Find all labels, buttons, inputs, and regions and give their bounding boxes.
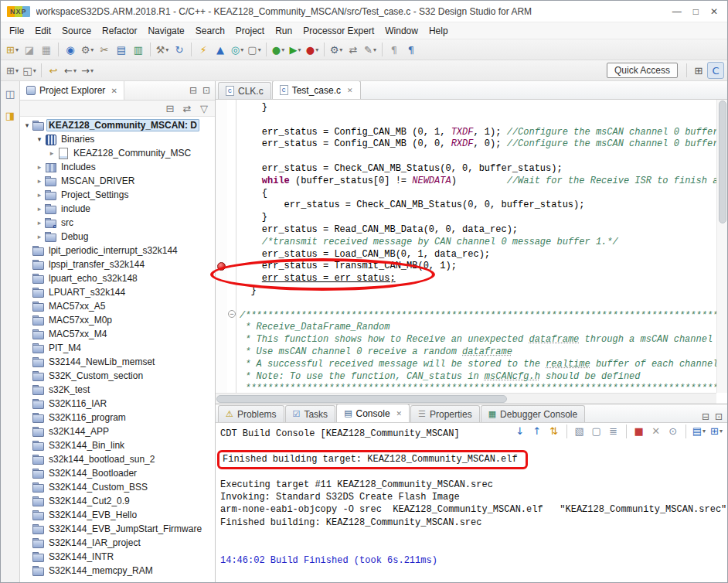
cpp-perspective-button[interactable]: C — [707, 62, 724, 79]
close-tab-icon[interactable]: ✕ — [347, 87, 353, 94]
multicore-group-button[interactable]: ⊞▾ — [4, 62, 21, 79]
expand-arrow-icon[interactable]: ▸ — [35, 205, 44, 213]
project-explorer-tab[interactable]: Project Explorer ✕ — [20, 81, 124, 100]
tree-item-debug[interactable]: ▸Debug — [20, 230, 215, 244]
show-whitespace-button[interactable]: ¶ — [403, 41, 420, 58]
terminate-button[interactable]: ■ — [631, 424, 647, 438]
minimize-window-icon[interactable]: — — [672, 6, 682, 17]
menu-edit[interactable]: Edit — [29, 24, 56, 38]
pinned-view-button[interactable]: ◱▾ — [21, 62, 38, 79]
collapse-arrow-icon[interactable]: ▾ — [35, 135, 44, 143]
editor-tab-clk-c[interactable]: cCLK.c — [218, 82, 271, 99]
code-editor[interactable]: } err_status = Config_CAN_MB (0, 1, TXDF… — [236, 100, 716, 393]
tree-item-s32k116-iar[interactable]: S32K116_IAR — [20, 397, 215, 411]
menu-processor-expert[interactable]: Processor Expert — [298, 24, 379, 38]
tree-item-s32k116-program[interactable]: S32K116_program — [20, 411, 215, 424]
project-tree[interactable]: ▾KEAZ128_Community_MSCAN: D▾Binaries▸KEA… — [20, 117, 215, 582]
menu-window[interactable]: Window — [379, 24, 424, 38]
close-view-icon[interactable]: ✕ — [111, 87, 117, 95]
last-edit-location-button[interactable]: ↩ — [45, 62, 62, 79]
restore-view-button[interactable]: ◫ — [2, 86, 18, 101]
run-button[interactable]: ▶▾ — [287, 41, 304, 58]
tree-item-s32k144-intr[interactable]: S32K144_INTR — [20, 550, 215, 564]
expand-arrow-icon[interactable]: ▸ — [35, 163, 44, 171]
back-button[interactable]: ←▾ — [62, 62, 79, 79]
annotation-ruler[interactable] — [216, 100, 227, 393]
debug-button[interactable]: ●▾ — [270, 41, 287, 58]
flash-image-button[interactable]: ▤ — [113, 41, 130, 58]
tree-item-s32k144-evb-hello[interactable]: S32K144_EVB_Hello — [20, 508, 215, 522]
tree-item-project-settings[interactable]: ▸Project_Settings — [20, 188, 215, 202]
pin-console-button[interactable]: ⊙ — [665, 424, 681, 438]
open-console-button[interactable]: ⊞▾ — [709, 424, 724, 438]
editor-vertical-scrollbar[interactable] — [716, 100, 727, 393]
menu-file[interactable]: File — [4, 24, 29, 38]
build-all-button[interactable]: ⚒▾ — [154, 41, 171, 58]
menu-search[interactable]: Search — [190, 24, 230, 38]
console-tab-properties[interactable]: ☰Properties — [410, 405, 480, 422]
folding-ruler[interactable] — [227, 100, 236, 393]
tree-item-s32k144-bin-link[interactable]: S32K144_Bin_link — [20, 438, 215, 452]
expand-arrow-icon[interactable]: ▸ — [35, 177, 44, 185]
fold-collapse-icon[interactable]: − — [228, 310, 236, 318]
tree-item-pit-m4[interactable]: PIT_M4 — [20, 341, 215, 355]
tree-item-s32k144-cut2-0-9[interactable]: S32K144_Cut2_0.9 — [20, 494, 215, 508]
tree-item-s32k-test[interactable]: s32K_test — [20, 383, 215, 397]
tree-item-s32k144-iar-project[interactable]: S32K144_IAR_project — [20, 536, 215, 550]
remove-launch-button[interactable]: ✕ — [648, 424, 664, 438]
terminate-q-button[interactable]: ●▾ — [304, 41, 321, 58]
minimize-view-icon[interactable]: ⊟ — [189, 85, 197, 96]
tree-item-mac57xx-a5[interactable]: MAC57xx_A5 — [20, 299, 215, 313]
console-tab-debugger-console[interactable]: ▦Debugger Console — [481, 405, 585, 422]
tree-item-lpuart-echo-s32k148[interactable]: lpuart_echo_s32k148 — [20, 271, 215, 285]
forward-button[interactable]: →▾ — [79, 62, 96, 79]
close-tab-icon[interactable]: ✕ — [396, 410, 403, 418]
console-tab-problems[interactable]: ⚠Problems — [218, 405, 284, 422]
maximize-view-icon[interactable]: ⊡ — [202, 85, 210, 96]
tree-item-s32k144-custom-bss[interactable]: S32K144_Custom_BSS — [20, 480, 215, 494]
analysis-button[interactable]: ▲ — [212, 41, 229, 58]
tree-item-s32k144-evb-jumpstart-firmware[interactable]: S32K144_EVB_JumpStart_Firmware — [20, 522, 215, 536]
editor-tab-test-case-c[interactable]: cTest_case.c✕ — [272, 81, 361, 99]
annotate-button[interactable]: ✎▾ — [362, 41, 379, 58]
expand-arrow-icon[interactable]: ▸ — [35, 219, 44, 227]
tree-item-lpit-periodic-interrupt-s32k144[interactable]: lpit_periodic_interrupt_s32k144 — [20, 244, 215, 257]
show-previous-match-button[interactable]: ↑ — [529, 424, 545, 438]
link-with-editor-button[interactable]: ⇄ — [179, 101, 195, 115]
target-connection-button[interactable]: ◎▾ — [229, 41, 246, 58]
tree-item-keaz128-community-mscan-d[interactable]: ▾KEAZ128_Community_MSCAN: D — [20, 118, 215, 132]
tree-item-s32144-newlib-memset[interactable]: S32144_NewLib_memset — [20, 355, 215, 369]
minimize-view-icon[interactable]: ⊟ — [702, 411, 709, 422]
tree-item-mac57xx-m0p[interactable]: MAC57xx_M0p — [20, 313, 215, 327]
editor-horizontal-scrollbar[interactable] — [216, 393, 716, 404]
scrollbar-thumb[interactable] — [719, 101, 726, 223]
memory-chart-button[interactable]: ▥ — [130, 41, 147, 58]
console-output[interactable]: CDT Build Console [KEAZ128_Community_MSC… — [216, 423, 727, 582]
tree-item-src[interactable]: ▸csrc — [20, 216, 215, 230]
mark-occurrences-button[interactable]: ¶ — [386, 41, 403, 58]
refresh-button[interactable]: ↻ — [171, 41, 188, 58]
save-button[interactable]: ◪ — [21, 41, 38, 58]
external-tools-button[interactable]: ⚙▾ — [328, 41, 345, 58]
menu-project[interactable]: Project — [230, 24, 270, 38]
open-element-button[interactable]: ⇄ — [345, 41, 362, 58]
menu-refactor[interactable]: Refactor — [97, 24, 142, 38]
menu-help[interactable]: Help — [424, 24, 454, 38]
tree-item-mscan-driver[interactable]: ▸MSCAN_DRIVER — [20, 174, 215, 188]
minimized-explorer-button[interactable]: ◨ — [2, 107, 18, 123]
tree-item-keaz128-community-msc[interactable]: ▸KEAZ128_Community_MSC — [20, 146, 215, 160]
new-c-project-button[interactable]: ▢▾ — [246, 41, 263, 58]
tree-item-s32k144-app[interactable]: s32K144_APP — [20, 424, 215, 438]
expand-arrow-icon[interactable]: ▸ — [35, 233, 44, 240]
word-wrap-button[interactable]: ≣ — [606, 424, 621, 438]
console-tab-tasks[interactable]: ☑Tasks — [285, 405, 336, 422]
tree-item-lpuart-s32k144[interactable]: LPUART_s32k144 — [20, 285, 215, 299]
tree-item-include[interactable]: ▸include — [20, 202, 215, 216]
maximize-view-icon[interactable]: ⊡ — [715, 411, 723, 422]
tree-item-s32k144-bootload-sun-2[interactable]: s32k144_bootload_sun_2 — [20, 452, 215, 466]
tree-item-includes[interactable]: ▸Includes — [20, 160, 215, 174]
flash-programmer-button[interactable]: ⚡ — [195, 41, 212, 58]
view-menu-button[interactable]: ▽ — [196, 101, 212, 115]
clear-console-button[interactable]: ▧ — [572, 424, 587, 438]
new-button[interactable]: ⊞▾ — [4, 41, 21, 58]
